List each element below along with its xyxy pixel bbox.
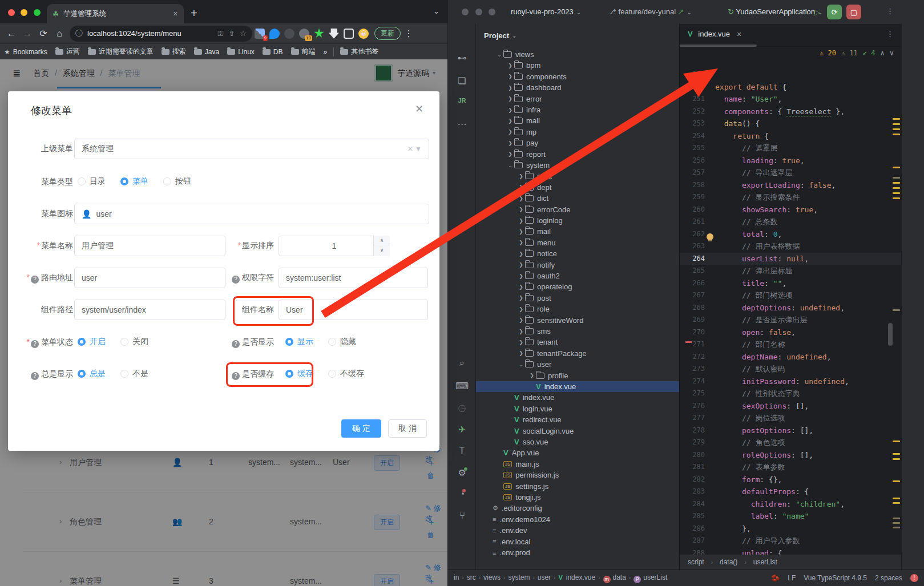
bookmark-folder[interactable]: Java [194,47,219,56]
code-line[interactable]: 257 // 导出遮罩层 [680,167,901,179]
tree-file[interactable]: Vindex.vue [476,381,679,392]
tree-folder[interactable]: ❯pay [476,138,679,148]
tree-file[interactable]: Vlogin.vue [476,403,679,414]
stop-button[interactable]: ▢ [846,5,861,19]
tree-folder[interactable]: ❯menu [476,237,679,248]
code-line[interactable]: 278 postOptions: [], [680,425,901,437]
debug-tool-icon[interactable]: ⚙ [448,467,476,478]
tree-folder[interactable]: ❯infra [476,104,679,115]
code-line[interactable]: 279 // 角色选项 [680,437,901,449]
code-line[interactable]: 258 exportLoading: false, [680,179,901,192]
indent-size[interactable]: 2 spaces [875,574,902,582]
ide-minimize-icon[interactable] [475,9,482,15]
bookmark-folder[interactable]: 搜索 [162,47,186,56]
traffic-lights[interactable] [8,8,41,18]
tree-folder[interactable]: ❯report [476,149,679,160]
browser-tab[interactable]: ☘ 芋道管理系统 ✕ [47,4,184,23]
browser-menu-kebab-icon[interactable]: ⋮ [401,28,417,39]
crumb-data[interactable]: data() [720,558,737,566]
tree-folder[interactable]: ❯oauth2 [476,270,679,281]
tree-folder[interactable]: ❯post [476,293,679,304]
code-line[interactable]: 276 sexOptions: [], [680,400,901,413]
tree-folder[interactable]: ❯errorCode [476,204,679,215]
statusbar-path-item[interactable]: Vindex.vue [558,573,595,581]
tree-file[interactable]: ≡.env.prod [476,547,679,558]
tree-folder[interactable]: ❯tenantPackage [476,348,679,359]
tree-folder[interactable]: ❯sensitiveWord [476,315,679,326]
code-line[interactable]: 282 form: {}, [680,474,901,486]
cancel-button[interactable]: 取 消 [388,419,427,438]
bookmark-star-icon[interactable]: ☆ [240,29,247,38]
statusbar-path-item[interactable]: mdata [603,573,626,581]
field-input[interactable]: system:user:list [279,268,428,288]
dialog-close-icon[interactable]: ✕ [415,103,423,115]
tree-folder[interactable]: ❯notify [476,260,679,270]
statusbar-path-item[interactable]: in [454,573,459,581]
tree-file[interactable]: Vindex.vue [476,392,679,403]
extension-clock-icon[interactable]: 10 [299,29,309,39]
tree-file[interactable]: Vredirect.vue [476,414,679,425]
sidebar-toggle-icon[interactable] [344,29,354,39]
tree-folder[interactable]: ❯profile [476,370,679,381]
jrebel-plugin-icon[interactable]: JR [448,97,476,104]
jrebel-run-icon[interactable]: ✈ [448,424,476,435]
tree-file[interactable]: ≡.env.local [476,536,679,547]
radio-option[interactable]: 目录 [78,176,106,187]
tree-file[interactable]: JSsettings.js [476,481,679,492]
tree-file[interactable]: ≡.env.demo1024 [476,514,679,525]
radio-option[interactable]: 开启 [78,337,106,347]
tree-folder[interactable]: ❯mall [476,115,679,126]
editor-v-scrollbar[interactable] [888,323,893,346]
bookmarks-overflow[interactable]: » [324,48,328,56]
update-button[interactable]: 更新 [374,27,401,40]
tree-file[interactable]: VApp.vue [476,447,679,458]
tree-file[interactable]: Vsso.vue [476,437,679,447]
code-line[interactable]: 288 upload: { [680,547,901,555]
code-line[interactable]: 265 // 弹出层标题 [680,265,901,277]
extension-drop-icon[interactable] [269,29,280,39]
project-panel-header[interactable]: Project ⌄ [476,24,679,47]
statusbar-path-item[interactable]: user [538,573,551,581]
search-tool-icon[interactable]: ⌕ [448,358,476,368]
code-line[interactable]: 263 // 用户表格数据 [680,240,901,253]
tree-folder[interactable]: ❯mp [476,127,679,138]
code-line[interactable]: 285 label: "name" [680,510,901,523]
tree-folder[interactable]: ❯error [476,94,679,104]
forward-icon[interactable]: → [19,29,35,39]
code-line[interactable]: 280 roleOptions: [], [680,449,901,462]
tree-folder[interactable]: ❯mail [476,226,679,237]
editor-tab-indexvue[interactable]: V index.vue ✕ [688,30,742,38]
tab-close-icon[interactable]: ✕ [737,31,742,38]
code-line[interactable]: 254 return { [680,130,901,143]
tree-folder[interactable]: ⌄views [476,49,679,60]
crumb-userlist[interactable]: userList [753,558,777,566]
commit-tool-icon[interactable]: ⊷ [448,52,476,63]
extension-star-icon[interactable] [314,29,324,39]
number-stepper[interactable]: ∧∨ [373,236,390,256]
zoom-window-icon[interactable] [34,9,41,16]
structure-tool-icon[interactable]: ❏ [448,75,476,86]
prev-issue-icon[interactable]: ∧ [881,49,885,57]
problems-tool-icon[interactable]: ◔ [448,489,476,499]
tree-file[interactable]: JSmain.js [476,459,679,470]
radio-option[interactable]: 菜单 [120,176,148,187]
tree-folder[interactable]: ❯dept [476,182,679,193]
tree-folder[interactable]: ❯sms [476,326,679,337]
ide-traffic-lights[interactable] [462,9,495,17]
tab-close-icon[interactable]: ✕ [173,10,178,18]
bookmark-folder[interactable]: DB [263,47,283,56]
minimize-window-icon[interactable] [21,9,27,16]
share-icon[interactable]: ⇧ [228,29,235,38]
code-line[interactable]: 250export default { [680,81,901,94]
spring-statusbar-icon[interactable]: 🫘 [771,574,780,582]
parent-menu-select[interactable]: 系统管理✕ ▼ [74,139,429,159]
radio-option[interactable]: 不是 [120,369,148,379]
code-line[interactable]: 274 initPassword: undefined, [680,375,901,388]
tree-folder[interactable]: ❯operatelog [476,281,679,292]
home-icon[interactable]: ⌂ [51,29,67,39]
radio-option[interactable]: 总是 [78,369,106,379]
services-tool-icon[interactable]: T [448,446,476,456]
code-line[interactable]: 260 showSearch: true, [680,204,901,216]
code-line[interactable]: 269 // 是否显示弹出层 [680,314,901,326]
editor-breadcrumbs[interactable]: script › data() › userList [680,555,901,569]
